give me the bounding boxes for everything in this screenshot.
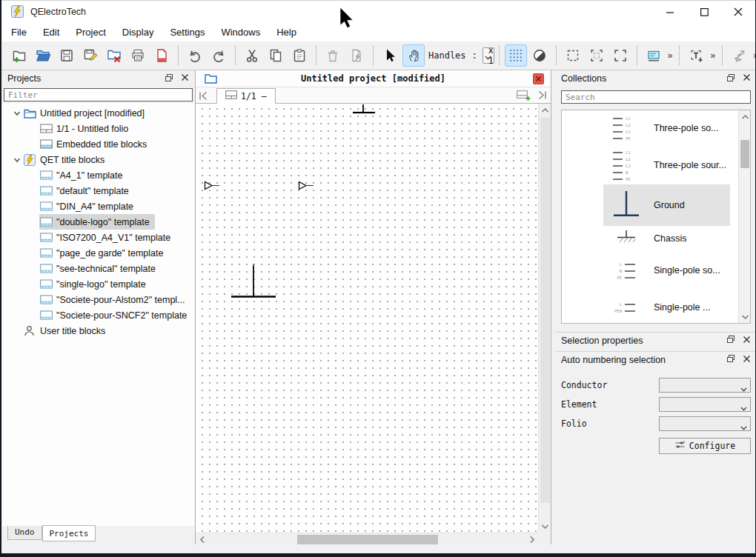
tree-item[interactable]: Embedded title blocks: [2, 136, 194, 152]
titleblock-editor-button[interactable]: [643, 44, 665, 67]
first-folio-icon[interactable]: [196, 89, 210, 102]
menu-project[interactable]: Project: [67, 24, 113, 41]
pan-mode-button[interactable]: [402, 44, 425, 67]
menu-windows[interactable]: Windows: [213, 24, 268, 41]
chevron-down-icon[interactable]: [11, 154, 23, 166]
toolbar-overflow-button[interactable]: »: [668, 50, 673, 61]
collection-item[interactable]: LNPESingle-pole so...: [562, 250, 750, 290]
redo-button[interactable]: [208, 44, 230, 67]
document-close-button[interactable]: [533, 73, 544, 84]
grid-button[interactable]: [505, 44, 527, 67]
add-folio-icon[interactable]: [517, 89, 531, 104]
fit-content-button[interactable]: [586, 44, 608, 67]
print-button[interactable]: [127, 44, 149, 67]
project-export-button[interactable]: [150, 44, 173, 67]
qelectrotech-window: QElectroTech FileEditProjectDisplaySetti…: [0, 0, 756, 557]
copy-button[interactable]: [265, 44, 287, 67]
frame-button[interactable]: [609, 44, 631, 67]
select-visible-button[interactable]: [562, 44, 584, 67]
close-panel-icon[interactable]: [743, 73, 751, 84]
collections-scroll-thumb[interactable]: [740, 140, 749, 168]
paste-button[interactable]: [288, 44, 311, 67]
menu-settings[interactable]: Settings: [162, 24, 213, 41]
tree-item[interactable]: "double-logo" template: [2, 214, 194, 230]
folio-tab[interactable]: 1/1 –: [216, 88, 276, 104]
fit-content-icon: [589, 48, 604, 63]
menu-edit[interactable]: Edit: [35, 24, 67, 41]
undo-button[interactable]: [184, 44, 206, 67]
collection-item[interactable]: Ground: [562, 184, 750, 226]
filter-input[interactable]: [4, 88, 193, 101]
collection-item[interactable]: L1L2L3PEThree-pole so...: [562, 110, 750, 146]
close-button[interactable]: [721, 1, 755, 23]
maximize-button[interactable]: [687, 1, 721, 23]
toolbar-separator: [499, 46, 500, 65]
scroll-up-icon[interactable]: [539, 104, 551, 116]
tree-item[interactable]: "ISO7200_A4_V1" template: [2, 230, 194, 245]
collection-item[interactable]: L1L2L3NPEThree-pole sour...: [562, 146, 750, 184]
tree-item[interactable]: "page_de garde" template: [2, 245, 194, 261]
toolbar-overflow-button[interactable]: »: [753, 50, 756, 61]
tree-item[interactable]: "A4_1" template: [2, 167, 194, 183]
vertical-scrollbar[interactable]: [538, 104, 551, 533]
toolbar-overflow-button[interactable]: »: [710, 50, 715, 61]
close-panel-icon[interactable]: [181, 73, 189, 84]
ground-partial-symbol[interactable]: [352, 104, 376, 114]
tree-item[interactable]: "DIN_A4" template: [2, 199, 194, 214]
tree-item[interactable]: User title blocks: [2, 323, 194, 338]
cut-button[interactable]: [241, 44, 263, 67]
float-panel-icon[interactable]: [726, 73, 735, 84]
tree-item[interactable]: "default" template: [2, 183, 194, 199]
tree-item[interactable]: "see-technical" template: [2, 261, 194, 276]
configure-button[interactable]: Configure: [659, 438, 751, 454]
configure-label: Configure: [689, 441, 735, 451]
menu-file[interactable]: File: [3, 24, 35, 41]
element-select[interactable]: [659, 397, 751, 412]
handles-scale-select[interactable]: x 1: [483, 47, 494, 64]
collections-scrollbar[interactable]: [738, 110, 750, 323]
tree-item[interactable]: QET title blocks: [2, 152, 194, 167]
ground-symbol[interactable]: [231, 262, 278, 299]
close-panel-icon[interactable]: [743, 336, 751, 346]
collection-item-label: Single-pole ...: [654, 302, 710, 313]
tree-item[interactable]: Untitled project [modified]: [2, 105, 194, 121]
search-input[interactable]: [561, 90, 751, 104]
horizontal-scrollbar[interactable]: [196, 533, 538, 545]
svg-text:PE: PE: [626, 177, 631, 181]
save-as-button[interactable]: [79, 44, 102, 67]
float-panel-icon[interactable]: [726, 335, 735, 346]
close-panel-icon[interactable]: [743, 355, 751, 365]
menu-display[interactable]: Display: [114, 24, 162, 41]
open-project-button[interactable]: [32, 44, 54, 67]
folio-select[interactable]: [659, 416, 751, 431]
tab-undo[interactable]: Undo: [7, 526, 42, 540]
folio-canvas[interactable]: [196, 104, 538, 533]
terminal-arrow-symbol[interactable]: [204, 181, 222, 190]
collection-item[interactable]: Chassis: [562, 226, 750, 250]
scroll-down-icon[interactable]: [539, 520, 551, 533]
collection-item[interactable]: LPENSingle-pole ...: [562, 290, 750, 324]
contrast-icon: [532, 48, 547, 63]
last-folio-icon[interactable]: [537, 90, 548, 103]
contrast-button[interactable]: [528, 44, 551, 67]
selection-mode-button[interactable]: [379, 44, 401, 67]
vscroll-thumb[interactable]: [540, 118, 550, 503]
close-project-button[interactable]: [103, 44, 125, 67]
chevron-down-icon[interactable]: [11, 107, 23, 119]
new-project-button[interactable]: [8, 44, 30, 67]
save-button[interactable]: [56, 44, 78, 67]
tree-item[interactable]: "Societe-pour-Alstom2" templ...: [2, 292, 194, 307]
tab-projects[interactable]: Projects: [42, 525, 96, 541]
tree-item[interactable]: 1/1 - Untitled folio: [2, 121, 194, 136]
add-text-button[interactable]: [685, 44, 707, 67]
float-panel-icon[interactable]: [165, 73, 173, 84]
menu-help[interactable]: Help: [268, 24, 305, 41]
minimize-button[interactable]: [653, 1, 687, 23]
tree-item[interactable]: "single-logo" template: [2, 276, 194, 292]
float-panel-icon[interactable]: [726, 354, 735, 365]
tree-item-label: "page_de garde" template: [56, 248, 163, 259]
terminal-arrow-symbol[interactable]: [298, 181, 316, 190]
conductor-select[interactable]: [659, 378, 751, 393]
hscroll-thumb[interactable]: [297, 535, 438, 544]
tree-item[interactable]: "Societe-pour-SNCF2" template: [2, 307, 194, 323]
